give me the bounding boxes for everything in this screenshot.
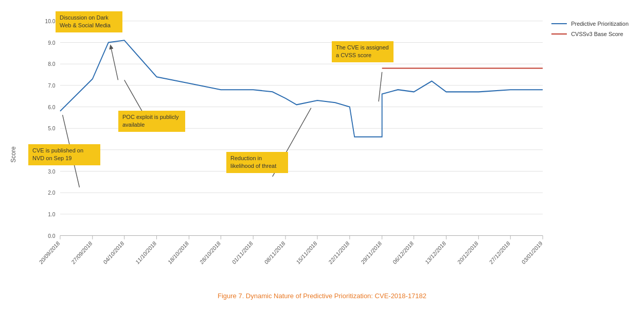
svg-text:22/11/2018: 22/11/2018 bbox=[328, 240, 351, 265]
svg-text:5.0: 5.0 bbox=[48, 125, 55, 132]
svg-text:13/12/2018: 13/12/2018 bbox=[424, 240, 447, 265]
svg-text:0.0: 0.0 bbox=[48, 232, 55, 239]
legend-line-red bbox=[551, 33, 567, 35]
svg-line-60 bbox=[379, 72, 382, 101]
svg-line-56 bbox=[111, 47, 118, 80]
svg-text:27/09/2018: 27/09/2018 bbox=[70, 240, 94, 265]
chart-legend: Predictive Prioritization CVSSv3 Base Sc… bbox=[551, 21, 629, 37]
svg-text:7.0: 7.0 bbox=[48, 82, 55, 89]
legend-cvss-label: CVSSv3 Base Score bbox=[571, 31, 623, 37]
legend-predictive-label: Predictive Prioritization bbox=[571, 21, 629, 27]
svg-text:18/10/2018: 18/10/2018 bbox=[167, 240, 190, 265]
svg-text:06/12/2018: 06/12/2018 bbox=[391, 240, 415, 265]
figure-caption: Figure 7. Dynamic Nature of Predictive P… bbox=[0, 292, 644, 300]
annotation-poc: POC exploit is publicly available bbox=[118, 111, 185, 132]
legend-cvss: CVSSv3 Base Score bbox=[551, 31, 629, 37]
svg-text:1.0: 1.0 bbox=[48, 211, 55, 217]
svg-text:08/11/2018: 08/11/2018 bbox=[263, 240, 287, 265]
svg-text:6.0: 6.0 bbox=[48, 104, 55, 110]
chart-container: Score .grid-line { stroke: #e0e0e0; stro… bbox=[0, 0, 644, 309]
svg-text:3.0: 3.0 bbox=[48, 168, 55, 175]
svg-text:04/10/2018: 04/10/2018 bbox=[102, 240, 126, 265]
legend-predictive: Predictive Prioritization bbox=[551, 21, 629, 27]
svg-text:03/01/2019: 03/01/2019 bbox=[521, 240, 544, 265]
legend-line-blue bbox=[551, 23, 567, 24]
svg-text:28/10/2018: 28/10/2018 bbox=[199, 240, 222, 265]
svg-text:29/11/2018: 29/11/2018 bbox=[360, 240, 383, 265]
y-axis-label: Score bbox=[10, 146, 17, 162]
annotation-nvd: CVE is published on NVD on Sep 19 bbox=[28, 144, 100, 165]
svg-text:15/11/2018: 15/11/2018 bbox=[295, 240, 318, 265]
annotation-cvss: The CVE is assigned a CVSS score bbox=[332, 41, 393, 62]
svg-text:9.0: 9.0 bbox=[48, 39, 55, 46]
chart-svg: .grid-line { stroke: #e0e0e0; stroke-wid… bbox=[36, 10, 567, 268]
svg-text:11/10/2018: 11/10/2018 bbox=[134, 240, 157, 265]
svg-text:27/12/2018: 27/12/2018 bbox=[488, 240, 511, 265]
svg-text:20/09/2018: 20/09/2018 bbox=[38, 240, 61, 265]
svg-text:20/12/2018: 20/12/2018 bbox=[456, 240, 479, 265]
svg-text:01/11/2018: 01/11/2018 bbox=[231, 240, 254, 265]
annotation-dark-web: Discussion on Dark Web & Social Media bbox=[56, 11, 122, 32]
svg-text:8.0: 8.0 bbox=[48, 61, 55, 67]
svg-text:2.0: 2.0 bbox=[48, 190, 55, 196]
annotation-reduction: Reduction in likelihood of threat bbox=[226, 152, 288, 173]
svg-text:10.0: 10.0 bbox=[45, 18, 55, 24]
